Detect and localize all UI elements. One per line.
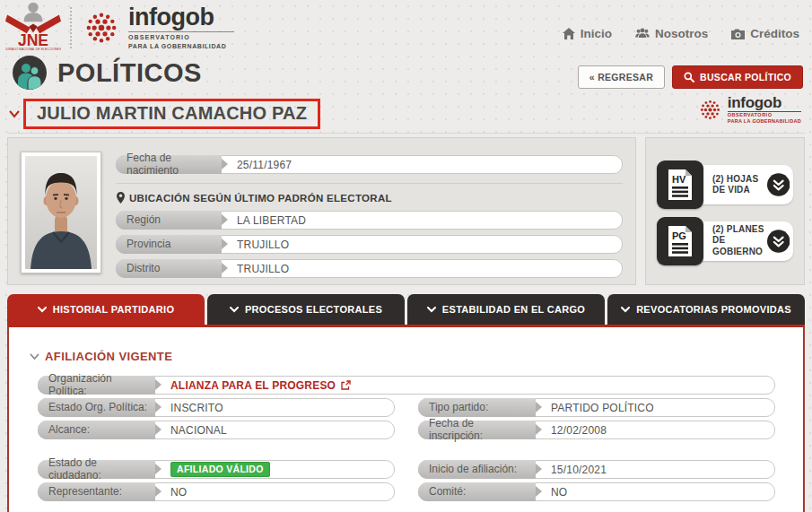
top-header: JNE JURADO NACIONAL DE ELECCIONES infogo…: [0, 0, 812, 56]
jne-logo-icon: JNE JURADO NACIONAL DE ELECCIONES: [5, 1, 61, 51]
nav-inicio-label: Inicio: [581, 27, 612, 40]
infogob-dots-icon: [83, 9, 120, 47]
double-chevron-down-icon[interactable]: [767, 230, 790, 253]
chevron-down-icon: [427, 307, 436, 313]
horizontal-divider: [7, 133, 805, 134]
provincia-field: Provincia TRUJILLO: [116, 235, 623, 254]
tab-content-historial: AFILIACIÓN VIGENTE Organización Política…: [7, 325, 805, 512]
nav-nosotros-label: Nosotros: [655, 27, 708, 40]
documents-card: (2) HOJAS DE VIDA HV: [645, 137, 805, 285]
svg-text:JNE: JNE: [18, 31, 48, 49]
tab-historial-partidario[interactable]: HISTORIAL PARTIDARIO: [7, 294, 205, 325]
home-icon: [563, 28, 575, 39]
nav-inicio[interactable]: Inicio: [563, 27, 612, 40]
region-value: LA LIBERTAD: [222, 214, 306, 227]
birthdate-label: Fecha de nacimiento: [116, 155, 222, 174]
afiliado-valido-badge: AFILIADO VÁLIDO: [170, 462, 270, 477]
politician-name-toggle[interactable]: JULIO MARTIN CAMACHO PAZ: [9, 99, 320, 129]
infogob-mini-dots-icon: [698, 98, 722, 122]
distrito-label: Distrito: [116, 259, 222, 278]
tab-estabilidad-en-el-cargo[interactable]: ESTABILIDAD EN EL CARGO: [407, 294, 605, 325]
search-politician-button[interactable]: BUSCAR POLÍTICO: [672, 65, 803, 89]
pg-document-icon: PG: [667, 225, 694, 257]
tipo-partido-field: Tipo partido: PARTIDO POLÍTICO: [418, 398, 775, 417]
mini-brand-name: infogob: [728, 95, 801, 110]
distrito-field: Distrito TRUJILLO: [116, 259, 623, 278]
planes-de-gobierno-button[interactable]: (2) PLANES DE GOBIERNO PG: [657, 217, 793, 263]
tab-revocatorias-promovidas[interactable]: REVOCATORIAS PROMOVIDAS: [607, 294, 805, 325]
politicos-page: JNE JURADO NACIONAL DE ELECCIONES infogo…: [0, 0, 812, 512]
mini-brand-subtitle-2: PARA LA GOBERNABILIDAD: [728, 118, 801, 125]
hojas-de-vida-button[interactable]: (2) HOJAS DE VIDA HV: [657, 161, 793, 206]
chevron-down-icon: [9, 110, 20, 118]
svg-text:HV: HV: [672, 174, 686, 185]
back-button[interactable]: « REGRESAR: [578, 65, 665, 89]
chevron-down-icon: [621, 307, 630, 313]
organizacion-politica-link[interactable]: ALIANZA PARA EL PROGRESO: [155, 379, 351, 392]
brand-subtitle-2: PARA LA GOBERNABILIDAD: [128, 42, 234, 50]
organizacion-politica-label: Organización Política:: [38, 376, 155, 395]
tab-procesos-electorales[interactable]: PROCESOS ELECTORALES: [207, 294, 405, 325]
organizacion-politica-field: Organización Política: ALIANZA PARA EL P…: [38, 376, 775, 395]
comite-field: Comité: NO: [418, 482, 775, 501]
planes-de-gobierno-label: (2) PLANES DE GOBIERNO: [712, 224, 767, 258]
inicio-afiliacion-field: Inicio de afiliación: 15/10/2021: [418, 460, 775, 479]
search-button-label: BUSCAR POLÍTICO: [700, 72, 791, 82]
top-navigation: Inicio Nosotros Créditos: [563, 27, 799, 40]
politicians-icon: [13, 56, 47, 90]
jne-logo[interactable]: JNE JURADO NACIONAL DE ELECCIONES: [5, 1, 61, 55]
politician-photo: [21, 152, 101, 273]
location-section-title: UBICACIÓN SEGÚN ÚLTIMO PADRÓN ELECTORAL: [117, 192, 623, 204]
chevron-down-icon: [38, 307, 47, 313]
page-title: POLÍTICOS: [57, 58, 202, 88]
alcance-field: Alcance: NACIONAL: [38, 421, 395, 439]
politician-name: JULIO MARTIN CAMACHO PAZ: [23, 99, 320, 129]
estado-org-politica-field: Estado Org. Política: INSCRITO: [38, 398, 395, 417]
hv-document-icon: HV: [667, 169, 694, 201]
back-button-label: « REGRESAR: [589, 72, 653, 82]
svg-text:PG: PG: [672, 230, 686, 241]
section-tabs: HISTORIAL PARTIDARIO PROCESOS ELECTORALE…: [7, 294, 805, 325]
logo-divider: [70, 7, 72, 48]
region-field: Región LA LIBERTAD: [116, 211, 623, 230]
fields-divider: [116, 183, 623, 184]
hojas-de-vida-label: (2) HOJAS DE VIDA: [712, 174, 767, 196]
mini-brand-subtitle-1: OBSERVATORIO: [728, 111, 801, 118]
region-label: Región: [116, 211, 222, 230]
representante-field: Representante: NO: [38, 482, 395, 501]
fecha-inscripcion-field: Fecha de inscripción: 12/02/2008: [418, 421, 775, 439]
chevron-down-icon: [30, 353, 39, 360]
search-icon: [684, 72, 694, 82]
brand-subtitle-1: OBSERVATORIO: [128, 31, 234, 41]
infogob-logo[interactable]: infogob OBSERVATORIO PARA LA GOBERNABILI…: [83, 5, 234, 49]
users-icon: [635, 28, 650, 39]
nav-nosotros[interactable]: Nosotros: [635, 27, 708, 40]
birthdate-field: Fecha de nacimiento 25/11/1967: [116, 155, 623, 174]
infogob-mini-logo: infogob OBSERVATORIO PARA LA GOBERNABILI…: [698, 95, 801, 125]
double-chevron-down-icon[interactable]: [767, 173, 790, 196]
provincia-value: TRUJILLO: [222, 239, 289, 251]
estado-ciudadano-field: Estado de ciudadano: AFILIADO VÁLIDO: [38, 460, 395, 479]
nav-creditos[interactable]: Créditos: [731, 27, 799, 40]
map-pin-icon: [117, 192, 125, 204]
distrito-value: TRUJILLO: [222, 263, 289, 275]
provincia-label: Provincia: [116, 235, 222, 254]
chevron-down-icon: [230, 307, 239, 313]
camera-icon: [731, 29, 745, 39]
svg-text:JURADO NACIONAL DE ELECCIONES: JURADO NACIONAL DE ELECCIONES: [5, 48, 61, 51]
birthdate-value: 25/11/1967: [222, 159, 292, 171]
afiliacion-vigente-toggle[interactable]: AFILIACIÓN VIGENTE: [30, 350, 803, 363]
profile-card: Fecha de nacimiento 25/11/1967 UBICACIÓN…: [7, 137, 636, 285]
nav-creditos-label: Créditos: [750, 27, 799, 40]
brand-name: infogob: [128, 5, 234, 30]
external-link-icon: [341, 380, 351, 390]
